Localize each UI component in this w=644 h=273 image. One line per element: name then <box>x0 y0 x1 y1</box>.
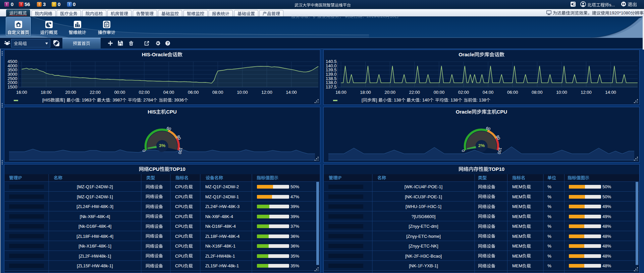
svg-text:0: 0 <box>461 149 466 152</box>
svg-text:16:00: 16:00 <box>335 90 346 95</box>
svg-text:06:00: 06:00 <box>188 90 199 95</box>
svg-text:1500: 1500 <box>8 84 17 89</box>
svg-text:04:00: 04:00 <box>483 90 494 95</box>
svg-text:12:00: 12:00 <box>581 90 592 95</box>
svg-text:08:00: 08:00 <box>532 90 543 95</box>
svg-text:06:00: 06:00 <box>507 90 518 95</box>
svg-text:18:00: 18:00 <box>360 90 371 95</box>
svg-text:22:00: 22:00 <box>409 90 420 95</box>
svg-text:00:00: 00:00 <box>434 90 445 95</box>
svg-text:10:00: 10:00 <box>556 90 567 95</box>
svg-text:20:00: 20:00 <box>65 90 76 95</box>
svg-text:2%: 2% <box>478 143 485 148</box>
svg-text:22:00: 22:00 <box>90 90 101 95</box>
svg-text:16:00: 16:00 <box>16 90 27 95</box>
svg-text:?: ? <box>167 41 169 45</box>
svg-text:04:00: 04:00 <box>163 90 174 95</box>
svg-text:14:00: 14:00 <box>286 90 297 95</box>
svg-text:08:00: 08:00 <box>212 90 223 95</box>
svg-text:02:00: 02:00 <box>139 90 150 95</box>
svg-text:10:00: 10:00 <box>237 90 248 95</box>
svg-text:02:00: 02:00 <box>458 90 469 95</box>
svg-text:12:00: 12:00 <box>261 90 272 95</box>
svg-text:137.5: 137.5 <box>326 84 337 89</box>
svg-text:00:00: 00:00 <box>114 90 125 95</box>
svg-text:3%: 3% <box>159 143 166 148</box>
svg-text:18:00: 18:00 <box>41 90 52 95</box>
svg-text:14:00: 14:00 <box>605 90 616 95</box>
svg-text:20:00: 20:00 <box>384 90 395 95</box>
